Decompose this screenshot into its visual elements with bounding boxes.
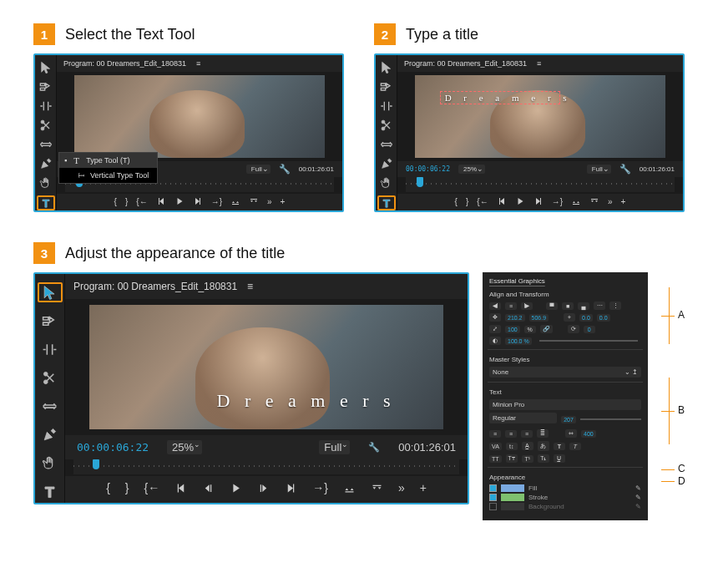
- pen-tool[interactable]: [377, 157, 396, 171]
- video-viewer[interactable]: D r e a m e r s: [397, 72, 683, 161]
- subscript-icon[interactable]: T₁: [538, 454, 549, 463]
- razor-tool[interactable]: [377, 118, 396, 132]
- extract-icon[interactable]: [249, 196, 259, 206]
- video-viewer[interactable]: D r e a m e r s: [65, 299, 468, 435]
- track-select-tool[interactable]: [38, 311, 63, 331]
- lift-icon[interactable]: [230, 196, 240, 206]
- mark-out-icon[interactable]: }: [466, 197, 468, 206]
- pos-y-value[interactable]: 506.9: [529, 314, 549, 322]
- mark-in-icon[interactable]: {: [455, 197, 458, 206]
- stroke-checkbox[interactable]: [489, 494, 497, 501]
- ripple-edit-tool[interactable]: [38, 339, 63, 359]
- panel-menu-icon[interactable]: ≡: [196, 59, 200, 68]
- fit-dropdown[interactable]: Full: [319, 440, 350, 454]
- text-align-left-icon[interactable]: ≡: [489, 430, 501, 438]
- scrub-bar[interactable]: [406, 177, 675, 192]
- current-timecode[interactable]: 00:00:06:22: [77, 441, 149, 454]
- step-fwd-icon[interactable]: [285, 482, 297, 494]
- selection-tool[interactable]: [37, 60, 55, 74]
- text-align-right-icon[interactable]: ≡: [521, 430, 533, 438]
- superscript-icon[interactable]: T¹: [522, 455, 533, 463]
- distribute-h-icon[interactable]: ⋯: [594, 302, 605, 310]
- settings-icon[interactable]: 🔧: [368, 442, 380, 453]
- rotation-value[interactable]: 0: [584, 326, 595, 333]
- go-out-icon[interactable]: →}: [211, 197, 222, 206]
- extract-icon[interactable]: [589, 196, 599, 206]
- type-tool[interactable]: [38, 481, 63, 501]
- text-justify-icon[interactable]: ≣: [537, 429, 549, 438]
- panel-menu-icon[interactable]: ≡: [537, 59, 541, 68]
- play-icon[interactable]: [515, 196, 525, 206]
- razor-tool[interactable]: [37, 118, 55, 132]
- baseline-icon[interactable]: A̲: [522, 442, 533, 450]
- opacity-slider[interactable]: [539, 340, 638, 342]
- stroke-swatch[interactable]: [501, 494, 524, 501]
- bg-eyedropper-icon[interactable]: ✎: [635, 503, 641, 510]
- step-fwd-icon[interactable]: [533, 196, 544, 206]
- align-bottom-icon[interactable]: ▄: [578, 302, 589, 310]
- step-back-icon[interactable]: [497, 196, 507, 206]
- go-out-icon[interactable]: →}: [552, 197, 563, 206]
- export-frame-icon[interactable]: »: [398, 481, 405, 494]
- settings-icon[interactable]: 🔧: [619, 164, 631, 175]
- font-size-value[interactable]: 207: [561, 416, 576, 423]
- zoom-dropdown[interactable]: 25%: [458, 165, 485, 174]
- fill-checkbox[interactable]: [489, 484, 497, 492]
- anchor-x-value[interactable]: 0.0: [579, 314, 593, 322]
- font-dropdown[interactable]: Minion Pro: [489, 399, 641, 410]
- fill-eyedropper-icon[interactable]: ✎: [635, 484, 641, 492]
- opacity-value[interactable]: 100.0 %: [505, 337, 532, 345]
- zoom-dropdown[interactable]: 25%: [167, 440, 202, 454]
- bg-checkbox[interactable]: [489, 503, 497, 510]
- settings-icon[interactable]: 🔧: [279, 164, 291, 175]
- smallcaps-icon[interactable]: Tᴛ: [506, 454, 518, 463]
- mark-out-icon[interactable]: }: [125, 481, 129, 494]
- underline-icon[interactable]: U̲: [554, 454, 565, 463]
- master-style-dropdown[interactable]: None ⌄ ↥: [489, 367, 641, 378]
- go-out-icon[interactable]: →}: [312, 481, 328, 494]
- mark-in-icon[interactable]: {: [114, 197, 117, 206]
- flyout-type-tool[interactable]: ▪ T Type Tool (T): [59, 153, 157, 168]
- distribute-v-icon[interactable]: ⋮: [609, 302, 621, 310]
- bg-swatch[interactable]: [501, 503, 524, 510]
- panel-menu-icon[interactable]: ≡: [247, 281, 253, 292]
- align-top-icon[interactable]: ▀: [546, 302, 558, 310]
- pen-tool[interactable]: [37, 157, 55, 171]
- tracking-value[interactable]: 400: [581, 430, 596, 438]
- flyout-vertical-type-tool[interactable]: T Vertical Type Tool: [59, 168, 157, 183]
- frame-back-icon[interactable]: [202, 482, 215, 494]
- export-frame-icon[interactable]: »: [267, 197, 272, 206]
- lift-icon[interactable]: [571, 196, 581, 206]
- stroke-eyedropper-icon[interactable]: ✎: [635, 494, 641, 501]
- go-in-icon[interactable]: {←: [136, 197, 147, 206]
- slip-tool[interactable]: [377, 138, 396, 152]
- extract-icon[interactable]: [371, 482, 383, 494]
- hand-tool[interactable]: [377, 176, 396, 190]
- fit-dropdown[interactable]: Full: [587, 165, 611, 174]
- align-hcenter-icon[interactable]: ≡: [505, 302, 517, 310]
- current-timecode[interactable]: 00:00:06:22: [406, 165, 450, 173]
- mark-in-icon[interactable]: {: [106, 481, 110, 494]
- pen-tool[interactable]: [38, 424, 63, 444]
- font-size-slider[interactable]: [580, 418, 641, 420]
- hand-tool[interactable]: [38, 453, 63, 473]
- button-editor-icon[interactable]: +: [621, 197, 626, 206]
- selection-tool[interactable]: [38, 282, 63, 302]
- text-align-center-icon[interactable]: ≡: [505, 430, 517, 438]
- step-back-icon[interactable]: [174, 482, 187, 494]
- type-tool[interactable]: [37, 195, 55, 210]
- play-icon[interactable]: [174, 196, 185, 206]
- tsume-icon[interactable]: あ: [538, 441, 549, 451]
- align-left-icon[interactable]: ⯇: [489, 302, 501, 310]
- fill-swatch[interactable]: [501, 484, 524, 492]
- ripple-edit-tool[interactable]: [377, 99, 396, 113]
- slip-tool[interactable]: [37, 138, 55, 152]
- go-in-icon[interactable]: {←: [144, 481, 160, 494]
- track-select-tool[interactable]: [377, 79, 396, 94]
- video-viewer[interactable]: [57, 72, 342, 161]
- track-select-tool[interactable]: [37, 79, 55, 94]
- title-overlay-text[interactable]: D r e a m e r s: [217, 390, 396, 412]
- link-scale-icon[interactable]: 🔗: [540, 325, 553, 333]
- button-editor-icon[interactable]: +: [281, 197, 286, 206]
- go-in-icon[interactable]: {←: [477, 197, 488, 206]
